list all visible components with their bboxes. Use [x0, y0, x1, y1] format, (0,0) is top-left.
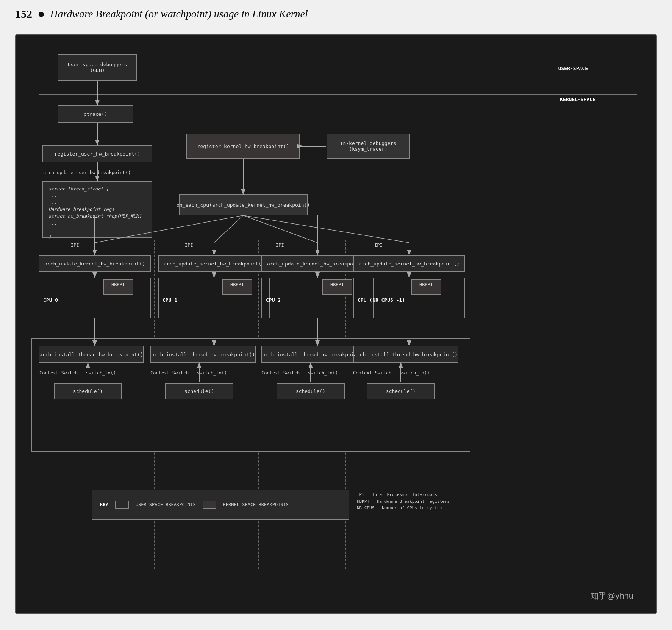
cpu2-label: CPU 2: [266, 297, 281, 303]
user-debugger-label: User-space debuggers (GDB): [68, 62, 127, 73]
page-number: 152: [15, 8, 32, 20]
key-notes: IPI - Inter Processor Interrupts HBKPT -…: [357, 491, 450, 511]
svg-line-24: [243, 215, 409, 243]
context-switch-1-label: Context Switch - switch_to(): [150, 370, 227, 376]
ipi-label-2: IPI: [276, 243, 284, 248]
arch-install-1-box: arch_install_thread_hw_breakpoint(): [150, 346, 256, 363]
cpun-box: CPU (NR_CPUS -1): [353, 278, 465, 318]
header-bullet: ●: [38, 7, 45, 21]
page-title: Hardware Breakpoint (or watchpoint) usag…: [50, 8, 308, 20]
arch-update-1-label: arch_update_kernel_hw_breakpoint(): [164, 261, 264, 267]
key-label: KEY: [100, 502, 108, 507]
arch-install-1-label: arch_install_thread_hw_breakpoint(): [151, 352, 255, 357]
kernel-space-label: KERNEL-SPACE: [560, 97, 595, 102]
svg-line-22: [214, 215, 243, 243]
key-box: KEY USER-SPACE BREAKPOINTS KERNEL-SPACE …: [92, 490, 349, 520]
arch-update-n-box: arch_update_kernel_hw_breakpoint(): [353, 255, 465, 272]
hbkpt-0-label: HBKPT: [111, 282, 125, 287]
cpu0-box: CPU 0: [39, 278, 151, 318]
user-space-label: USER-SPACE: [558, 65, 588, 71]
main-diagram: USER-SPACE KERNEL-SPACE User-space debug…: [15, 34, 657, 614]
cpun-label: CPU (NR_CPUS -1): [358, 297, 405, 303]
hbkpt-n: HBKPT: [411, 279, 441, 295]
register-user-box: register_user_hw_breakpoint(): [42, 145, 152, 162]
ptrace-box: ptrace(): [58, 105, 133, 123]
struct-thread-code: struct thread_struct { ... ... Hardware …: [48, 186, 146, 240]
context-switch-n-label: Context Switch - switch_to(): [353, 370, 430, 376]
watermark: 知乎@yhnu: [590, 590, 633, 602]
cpu1-box: CPU 1: [158, 278, 270, 318]
schedule-1-label: schedule(): [184, 388, 214, 394]
page: 152 ● Hardware Breakpoint (or watchpoint…: [0, 0, 672, 630]
context-switch-0-label: Context Switch - switch_to(): [39, 370, 116, 376]
user-debugger-box: User-space debuggers (GDB): [58, 54, 137, 81]
schedule-0-label: schedule(): [73, 388, 103, 394]
ipi-label-0: IPI: [71, 243, 79, 248]
arch-install-0-label: arch_install_thread_hw_breakpoint(): [39, 352, 143, 357]
arch-install-n-box: arch_install_thread_hw_breakpoint(): [353, 346, 458, 363]
cpu0-label: CPU 0: [43, 297, 58, 303]
on-each-cpu-label: on_each_cpu(arch_update_kernel_hw_breakp…: [177, 202, 310, 208]
arch-update-0-box: arch_update_kernel_hw_breakpoint(): [39, 255, 151, 272]
context-switch-2-label: Context Switch - switch_to(): [261, 370, 338, 376]
key-note-2: HBKPT - Hardware Breakpoint registers: [357, 498, 450, 505]
ipi-label-n: IPI: [374, 243, 383, 248]
hbkpt-2: HBKPT: [322, 279, 352, 295]
hbkpt-1-label: HBKPT: [230, 282, 244, 287]
register-kernel-box: register_kernel_hw_breakpoint(): [186, 134, 300, 159]
in-kernel-debuggers-label: In-kernel debuggers (ksym_tracer): [340, 140, 397, 152]
hbkpt-0: HBKPT: [103, 279, 133, 295]
in-kernel-debuggers-box: In-kernel debuggers (ksym_tracer): [327, 134, 410, 159]
arch-install-n-label: arch_install_thread_hw_breakpoint(): [354, 352, 458, 357]
arch-update-1-box: arch_update_kernel_hw_breakpoint(): [158, 255, 270, 272]
arch-install-2-label: arch_install_thread_hw_breakpoint(): [262, 352, 366, 357]
space-divider: [39, 94, 637, 95]
arch-install-2-box: arch_install_thread_hw_breakpoint(): [261, 346, 367, 363]
schedule-n-label: schedule(): [386, 388, 416, 394]
struct-thread-box: struct thread_struct { ... ... Hardware …: [42, 181, 152, 238]
arch-update-n-label: arch_update_kernel_hw_breakpoint(): [359, 261, 459, 267]
kernel-space-bp-label: KERNEL-SPACE BREAKPOINTS: [223, 502, 289, 507]
hbkpt-2-label: HBKPT: [330, 282, 344, 287]
register-user-label: register_user_hw_breakpoint(): [55, 151, 141, 157]
hbkpt-n-label: HBKPT: [419, 282, 433, 287]
kernel-space-swatch: [203, 501, 216, 509]
page-header: 152 ● Hardware Breakpoint (or watchpoint…: [0, 0, 672, 25]
key-note-3: NR_CPUS - Number of CPUs in system: [357, 505, 450, 511]
on-each-cpu-box: on_each_cpu(arch_update_kernel_hw_breakp…: [179, 194, 308, 215]
key-note-1: IPI - Inter Processor Interrupts: [357, 491, 450, 498]
cpu1-label: CPU 1: [163, 297, 177, 303]
schedule-1-box: schedule(): [165, 383, 233, 399]
arch-update-0-label: arch_update_kernel_hw_breakpoint(): [44, 261, 145, 267]
ptrace-label: ptrace(): [84, 111, 108, 117]
svg-line-23: [243, 215, 317, 243]
hbkpt-1: HBKPT: [222, 279, 252, 295]
arch-update-user-label: arch_update_user_hw_breakpoint(): [43, 170, 131, 175]
schedule-2-label: schedule(): [296, 388, 325, 394]
user-space-bp-label: USER-SPACE BREAKPOINTS: [136, 502, 196, 507]
schedule-0-box: schedule(): [54, 383, 122, 399]
user-space-swatch: [115, 501, 129, 509]
schedule-2-box: schedule(): [277, 383, 345, 399]
register-kernel-label: register_kernel_hw_breakpoint(): [197, 143, 289, 149]
ipi-label-1: IPI: [185, 243, 193, 248]
arch-install-0-box: arch_install_thread_hw_breakpoint(): [39, 346, 144, 363]
schedule-n-box: schedule(): [367, 383, 435, 399]
